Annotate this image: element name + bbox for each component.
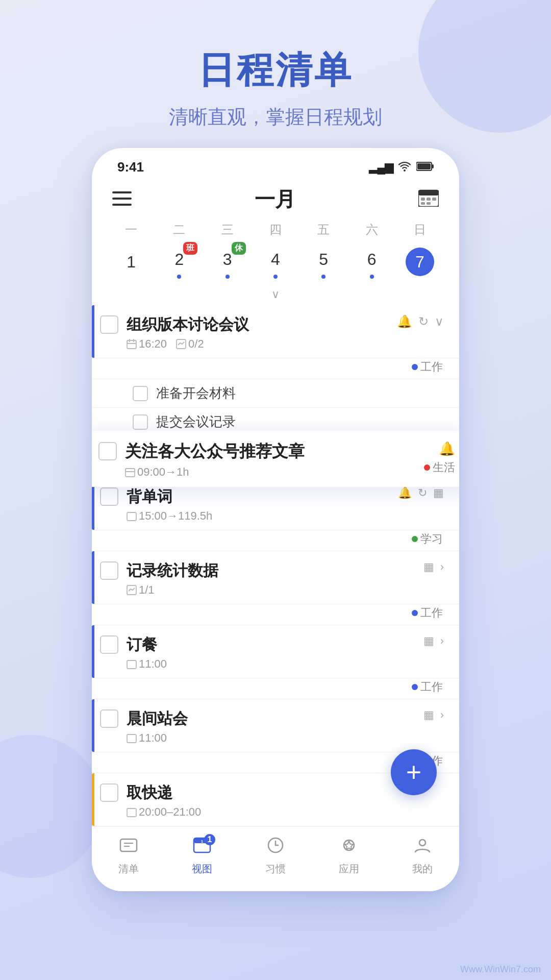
task-5-chevron-icon[interactable]: › — [440, 708, 444, 722]
day-6[interactable]: 6 — [347, 241, 395, 287]
task-1-tag-row: 工作 — [92, 358, 459, 379]
task-2-title: 背单词 — [127, 486, 398, 506]
task-3-grid-icon[interactable]: ▦ — [423, 560, 434, 574]
nav-item-app[interactable]: 应用 — [323, 836, 374, 876]
task-1-bell-icon[interactable]: 🔔 — [397, 314, 412, 329]
task-3-content: 记录统计数据 1/1 — [127, 560, 423, 597]
day-2-dot — [177, 275, 181, 279]
status-icons: ▂▄▆ — [369, 160, 434, 175]
task-3-checkbox[interactable] — [100, 561, 118, 580]
day-3-dot — [226, 275, 230, 279]
task-2-bell-icon[interactable]: 🔔 — [398, 486, 412, 500]
svg-rect-8 — [421, 198, 425, 201]
day-2[interactable]: 班 2 — [155, 241, 203, 287]
day-4[interactable]: 4 — [252, 241, 299, 287]
task-1-actions: 🔔 ↻ ∨ — [397, 314, 444, 329]
expand-calendar-arrow[interactable]: ∨ — [92, 287, 459, 305]
task-4-chevron-icon[interactable]: › — [440, 634, 444, 648]
calendar-view-icon[interactable] — [418, 188, 439, 211]
task-2-actions: 🔔 ↻ ▦ — [398, 486, 444, 500]
day-3[interactable]: 休 3 — [204, 241, 252, 287]
nav-mine-label: 我的 — [412, 862, 433, 876]
task-4-grid-icon[interactable]: ▦ — [423, 634, 434, 648]
task-1-tag: 工作 — [412, 359, 443, 375]
task-item-4[interactable]: 订餐 11:00 ▦ › — [92, 625, 459, 678]
task-6-meta: 20:00–21:00 — [127, 805, 444, 819]
svg-text:1: 1 — [201, 839, 204, 844]
subtask-2-checkbox[interactable] — [133, 414, 148, 430]
task-4-title: 订餐 — [127, 634, 423, 654]
day-5[interactable]: 5 — [299, 241, 347, 287]
nav-app-icon — [340, 836, 358, 859]
svg-rect-24 — [127, 808, 136, 817]
bg-blob-bottom — [0, 735, 102, 878]
task-item-5[interactable]: 晨间站会 11:00 ▦ › — [92, 699, 459, 752]
phone-inner: 9:41 ▂▄▆ 一月 一 二 三 — [92, 148, 459, 891]
svg-rect-12 — [427, 202, 431, 205]
task-2-content: 背单词 15:00→119.5h — [127, 486, 398, 523]
day-2-badge: 班 — [183, 242, 197, 255]
app-header: 一月 — [92, 180, 459, 218]
task-6-checkbox[interactable] — [100, 783, 118, 802]
task-4-actions: ▦ › — [423, 634, 444, 648]
task-2-tag-row: 学习 — [92, 530, 459, 551]
task-6-content: 取快递 20:00–21:00 — [127, 782, 444, 819]
subtask-1[interactable]: 准备开会材料 — [92, 379, 459, 408]
day-7[interactable]: 7 — [396, 243, 444, 284]
nav-view-label: 视图 — [192, 862, 212, 876]
floating-task-checkbox[interactable] — [98, 442, 117, 460]
task-item-1[interactable]: 组织版本讨论会议 16:20 0/2 🔔 ↻ ∨ — [92, 305, 459, 358]
month-title: 一月 — [255, 185, 295, 213]
day-1[interactable]: 1 — [107, 243, 155, 284]
day-6-dot — [370, 275, 374, 279]
nav-view-badge: 1 — [204, 834, 215, 845]
nav-item-habit[interactable]: 习惯 — [250, 836, 301, 876]
weekday-wed: 三 — [204, 218, 252, 241]
task-1-repeat-icon[interactable]: ↻ — [418, 314, 429, 329]
day-5-dot — [321, 275, 325, 279]
svg-rect-25 — [120, 839, 137, 851]
fab-add-button[interactable]: + — [391, 749, 437, 795]
menu-icon[interactable] — [112, 189, 132, 210]
nav-item-list[interactable]: 清单 — [103, 836, 154, 876]
task-4-meta: 11:00 — [127, 657, 423, 671]
task-3-chevron-icon[interactable]: › — [440, 560, 444, 574]
task-1-title: 组织版本讨论会议 — [127, 314, 397, 334]
task-5-content: 晨间站会 11:00 — [127, 708, 423, 745]
weekday-mon: 一 — [107, 218, 155, 241]
task-3-meta: 1/1 — [127, 583, 423, 597]
phone-container: 9:41 ▂▄▆ 一月 一 二 三 — [92, 148, 459, 891]
nav-item-view[interactable]: 1 1 视图 — [177, 836, 228, 876]
svg-rect-3 — [112, 191, 132, 193]
subtask-1-checkbox[interactable] — [133, 386, 148, 401]
task-3-tag: 工作 — [412, 605, 443, 621]
nav-mine-icon — [413, 836, 432, 859]
task-5-checkbox[interactable] — [100, 709, 118, 728]
task-1-meta: 16:20 0/2 — [127, 337, 397, 351]
floating-task-time: 09:00→1h — [125, 465, 189, 479]
svg-marker-33 — [345, 841, 353, 849]
task-1-checkbox[interactable] — [100, 315, 118, 334]
svg-rect-11 — [421, 202, 425, 205]
nav-item-mine[interactable]: 我的 — [397, 836, 448, 876]
svg-rect-4 — [112, 198, 132, 200]
watermark: Www.WinWin7.com — [460, 964, 541, 975]
floating-task-meta: 09:00→1h — [125, 465, 424, 479]
task-2-checkbox[interactable] — [100, 487, 118, 506]
task-1-expand-icon[interactable]: ∨ — [435, 314, 444, 329]
task-item-3[interactable]: 记录统计数据 1/1 ▦ › — [92, 551, 459, 604]
floating-task-bell-icon[interactable]: 🔔 — [439, 441, 455, 457]
calendar-days-row: 1 班 2 休 3 4 5 6 — [92, 241, 459, 287]
task-3-actions: ▦ › — [423, 560, 444, 574]
task-2-grid-icon[interactable]: ▦ — [433, 486, 444, 500]
floating-task[interactable]: 关注各大公众号推荐文章 09:00→1h 🔔 生活 — [92, 431, 459, 487]
task-item-6[interactable]: 取快递 20:00–21:00 + — [92, 773, 459, 826]
task-5-grid-icon[interactable]: ▦ — [423, 708, 434, 722]
floating-task-tag-dot — [424, 464, 430, 471]
svg-rect-13 — [127, 340, 136, 349]
task-4-checkbox[interactable] — [100, 635, 118, 654]
floating-task-title: 关注各大公众号推荐文章 — [125, 441, 424, 462]
task-5-meta: 11:00 — [127, 731, 423, 745]
status-time: 9:41 — [117, 159, 144, 175]
task-2-repeat-icon[interactable]: ↻ — [418, 486, 427, 500]
